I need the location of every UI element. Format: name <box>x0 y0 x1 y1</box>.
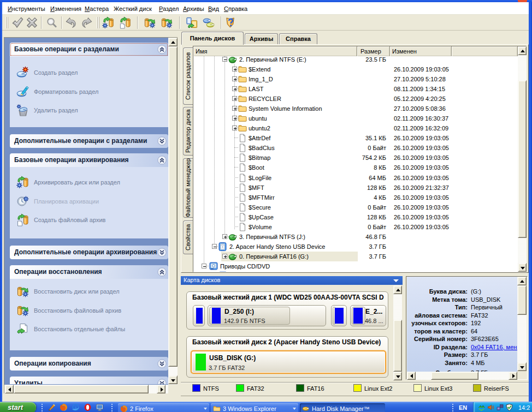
diskmap-titlebar[interactable]: Карта дисков <box>181 276 403 285</box>
table-row-17[interactable]: $UpCase128 КБ26.10.2009 19:03:05 <box>193 212 518 222</box>
sidebar-item-удалить-раздел[interactable]: Удалить раздел <box>16 104 158 117</box>
menu-item-2[interactable]: Изменения <box>50 4 81 13</box>
table-row-18[interactable]: $Volume0 Байт26.10.2009 19:03:05 <box>193 222 518 232</box>
table-row-12[interactable]: $Boot8 КБ26.10.2009 19:03:05 <box>193 163 518 172</box>
expand-icon[interactable] <box>232 106 237 111</box>
chevron-expand-icon[interactable] <box>157 248 167 257</box>
partition-block[interactable] <box>331 305 347 326</box>
partition-block[interactable] <box>193 305 205 326</box>
sidebar-item-создать-файловый-архив[interactable]: Создать файловый архив <box>16 213 158 226</box>
expand-icon[interactable] <box>232 96 237 101</box>
table-row-15[interactable]: $MFTMirr4 КБ26.10.2009 19:03:05 <box>193 193 518 202</box>
opera-icon[interactable] <box>84 403 92 411</box>
scrollbar-thumb[interactable] <box>517 285 527 315</box>
sidebar-group-header-5[interactable]: Операции восстановления <box>10 265 168 279</box>
table-vertical-scrollbar[interactable] <box>518 46 527 272</box>
sidebar-group-header-7[interactable]: Утилиты <box>10 377 168 384</box>
table-row-4[interactable]: LAST08.11.2009 1:34:15 <box>193 84 518 94</box>
scrollbar-thumb[interactable] <box>393 320 402 372</box>
expand-icon[interactable] <box>222 234 227 239</box>
view-tab-4[interactable]: Свойства <box>183 220 193 254</box>
sidebar-group-header-2[interactable]: Дополнительные операции с разделами <box>10 134 168 148</box>
chevron-down-icon[interactable] <box>393 279 399 282</box>
scroll-down-button[interactable] <box>517 362 527 371</box>
view-tab-2[interactable]: Редактор диска <box>183 107 193 156</box>
display-icon[interactable] <box>96 403 104 411</box>
toolbar-button-discard-changes[interactable] <box>24 16 39 29</box>
table-row-13[interactable]: $LogFile64 МБ26.10.2009 19:03:05 <box>193 173 518 183</box>
scroll-up-button[interactable] <box>517 277 527 285</box>
toolbar-button-copy-disk[interactable] <box>201 16 216 29</box>
table-row-11[interactable]: $Bitmap754.2 КБ26.10.2009 19:03:05 <box>193 153 518 163</box>
agent-icon[interactable] <box>478 404 485 411</box>
table-row-14[interactable]: $MFT128 КБ26.10.2009 21:32:37 <box>193 183 518 193</box>
diskmap-vertical-scrollbar[interactable] <box>393 285 402 380</box>
table-row-1[interactable]: 2. Первичный NTFS (E:)23.5 ГБ <box>193 56 518 64</box>
tab-1[interactable]: Панель дисков <box>181 32 244 45</box>
property-value-link[interactable]: 0x04 FAT16, мень <box>471 344 517 350</box>
chevron-expand-icon[interactable] <box>157 379 167 384</box>
table-row-20[interactable]: 2. Apacer Handy Steno USB Device3.7 ГБ <box>193 242 518 252</box>
sidebar-group-header-4[interactable]: Дополнительные операции архивирования <box>10 246 168 259</box>
scroll-right-button[interactable] <box>157 385 165 393</box>
table-row-3[interactable]: Img_1_D27.10.2009 5:10:28 <box>193 74 518 84</box>
scroll-up-button[interactable] <box>168 38 178 46</box>
properties-horizontal-scrollbar[interactable] <box>407 372 517 380</box>
toolbar-button-archive-disk[interactable] <box>101 16 116 29</box>
expand-icon[interactable] <box>232 86 237 91</box>
task-button-3[interactable]: Hard Disk Manager™ <box>300 403 385 412</box>
sidebar-group-header-3[interactable]: Базовые операции архивирования <box>10 153 168 167</box>
scroll-up-button[interactable] <box>393 285 402 294</box>
view-tab-1[interactable]: Список разделов <box>183 47 193 105</box>
sidebar-vertical-scrollbar[interactable] <box>168 38 178 385</box>
toolbar-button-redo[interactable] <box>79 16 94 29</box>
table-row-16[interactable]: $Secure0 Байт26.10.2009 19:03:05 <box>193 202 518 212</box>
partition-block[interactable]: USB_DISK (G:)3.7 ГБ FAT32 <box>191 350 386 374</box>
chevron-collapse-icon[interactable] <box>157 267 167 277</box>
menu-item-3[interactable]: Мастера <box>85 4 109 13</box>
paint-icon[interactable] <box>48 403 56 411</box>
expand-icon[interactable] <box>232 76 237 81</box>
sidebar-horizontal-scrollbar[interactable] <box>4 385 168 393</box>
toolbar-button-restore-file-archive[interactable] <box>159 16 174 29</box>
expand-icon[interactable] <box>222 254 227 259</box>
table-row-21[interactable]: 0. Первичный FAT16 (G:)3.7 ГБ <box>193 252 518 261</box>
sidebar-item-восстановить-отдельные-файлы[interactable]: Восстановить отдельные файлы <box>16 323 158 336</box>
table-row-5[interactable]: RECYCLER05.12.2009 4:20:25 <box>193 94 518 104</box>
sidebar-group-header-1[interactable]: Базовые операции с разделами <box>10 43 168 56</box>
task-button-2[interactable]: 3 Windows Explorer <box>211 403 298 412</box>
collapse-icon[interactable] <box>212 244 217 249</box>
table-row-2[interactable]: $Extend26.10.2009 19:03:05 <box>193 64 518 74</box>
sidebar-item-форматировать-раздел[interactable]: Форматировать раздел <box>16 85 158 98</box>
network-icon[interactable] <box>496 404 504 411</box>
toolbar-button-undo[interactable] <box>63 16 79 29</box>
table-row-23[interactable] <box>193 271 518 272</box>
toolbar-button-help[interactable] <box>223 16 238 29</box>
toolbar-button-restore-disk[interactable] <box>142 16 157 29</box>
disk-box-1[interactable]: Базовый жесткий диск 1 (WDC WD25 00AAJS-… <box>186 291 388 330</box>
sidebar-item-планировка-архивации[interactable]: Планировка архивации <box>16 195 158 208</box>
security-icon[interactable] <box>506 404 513 411</box>
column-header-Изменен[interactable]: Изменен <box>390 46 452 56</box>
chevron-collapse-icon[interactable] <box>157 45 167 54</box>
column-header-Размер[interactable]: Размер <box>357 46 390 56</box>
table-row-6[interactable]: System Volume Information27.10.2009 5:08… <box>193 104 518 114</box>
ie-icon[interactable] <box>72 403 80 411</box>
scroll-down-button[interactable] <box>518 263 527 272</box>
scroll-down-button[interactable] <box>168 375 178 384</box>
language-indicator[interactable]: EN <box>459 404 467 411</box>
scrollbar-thumb[interactable] <box>518 80 527 238</box>
volume-icon[interactable] <box>487 404 494 411</box>
collapse-icon[interactable] <box>202 264 206 268</box>
scroll-right-button[interactable] <box>509 372 517 380</box>
menu-item-4[interactable]: Жесткий диск <box>114 4 152 13</box>
toolbar-button-archive-files[interactable] <box>117 16 133 29</box>
column-header-Имя[interactable]: Имя <box>193 46 357 56</box>
disk-box-2[interactable]: Базовый жесткий диск 2 (Apacer Handy Ste… <box>186 336 388 378</box>
column-header-empty[interactable] <box>452 46 518 56</box>
sidebar-group-header-6[interactable]: Операции копирования <box>10 357 168 371</box>
partition-block[interactable]: E_2...46.8 ... <box>350 305 386 326</box>
scrollbar-thumb[interactable] <box>168 46 178 367</box>
toolbar-button-apply-changes[interactable] <box>10 16 25 29</box>
tab-2[interactable]: Архивы <box>245 33 278 44</box>
